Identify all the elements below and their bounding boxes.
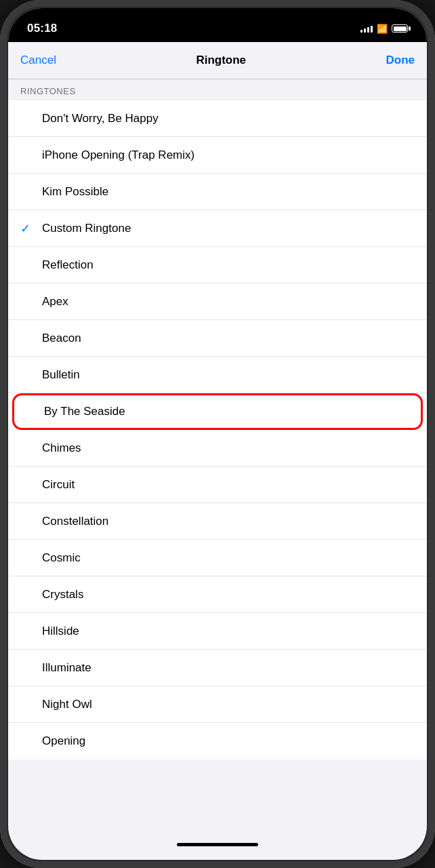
ringtone-label: Illuminate: [42, 661, 415, 675]
ringtone-label: Constellation: [42, 515, 415, 528]
list-item[interactable]: ✓ Opening: [8, 723, 427, 760]
signal-icon: [360, 24, 373, 33]
checkmark-icon: ✓: [20, 221, 34, 236]
ringtone-label: Custom Ringtone: [42, 222, 415, 235]
list-item-highlighted[interactable]: ✓ By The Seaside: [12, 393, 423, 430]
ringtone-label: Kim Possible: [42, 185, 415, 199]
list-item[interactable]: ✓ Hillside: [8, 613, 427, 650]
list-item[interactable]: ✓ Circuit: [8, 467, 427, 503]
notch: [170, 8, 265, 27]
battery-icon: [392, 24, 408, 33]
list-item[interactable]: ✓ Bulletin: [8, 357, 427, 393]
list-item[interactable]: ✓ Beacon: [8, 320, 427, 357]
content-wrapper: Cancel Ringtone Done RINGTONES ✓ Don't W…: [8, 42, 427, 860]
status-bar: 05:18 📶: [8, 8, 427, 42]
list-item[interactable]: ✓ Illuminate: [8, 650, 427, 686]
ringtone-label: Bulletin: [42, 368, 415, 382]
list-item[interactable]: ✓ Night Owl: [8, 686, 427, 723]
battery-fill: [394, 26, 407, 31]
ringtone-label: Chimes: [42, 441, 415, 455]
ringtone-label: Hillside: [42, 625, 415, 638]
ringtone-label: Reflection: [42, 258, 415, 272]
ringtone-label: Don't Worry, Be Happy: [42, 112, 415, 125]
section-header: RINGTONES: [8, 79, 427, 100]
ringtone-label: Cosmic: [42, 551, 415, 565]
list-item[interactable]: ✓ Constellation: [8, 503, 427, 540]
list-item[interactable]: ✓ Reflection: [8, 247, 427, 283]
ringtone-label: Apex: [42, 295, 415, 309]
cancel-button[interactable]: Cancel: [20, 54, 56, 67]
ringtone-label: Beacon: [42, 332, 415, 345]
page-title: Ringtone: [196, 54, 246, 67]
list-item[interactable]: ✓ Chimes: [8, 430, 427, 467]
ringtone-list[interactable]: RINGTONES ✓ Don't Worry, Be Happy ✓ iPho…: [8, 79, 427, 860]
list-item[interactable]: ✓ iPhone Opening (Trap Remix): [8, 137, 427, 174]
status-icons: 📶: [360, 24, 408, 34]
list-item[interactable]: ✓ Cosmic: [8, 540, 427, 576]
screen: 05:18 📶 Cancel: [8, 8, 427, 860]
done-button[interactable]: Done: [386, 54, 415, 67]
home-indicator[interactable]: [177, 843, 258, 846]
ringtone-label: Circuit: [42, 478, 415, 492]
list-item[interactable]: ✓ Don't Worry, Be Happy: [8, 100, 427, 137]
list-item-selected[interactable]: ✓ Custom Ringtone: [8, 210, 427, 247]
list-item[interactable]: ✓ Apex: [8, 283, 427, 320]
list-item[interactable]: ✓ Crystals: [8, 576, 427, 613]
list-item[interactable]: ✓ Kim Possible: [8, 174, 427, 210]
list-container: ✓ Don't Worry, Be Happy ✓ iPhone Opening…: [8, 100, 427, 760]
ringtone-label: Opening: [42, 734, 415, 748]
nav-header: Cancel Ringtone Done: [8, 42, 427, 79]
ringtone-label: By The Seaside: [44, 405, 413, 418]
ringtone-label: Night Owl: [42, 698, 415, 711]
ringtone-label: Crystals: [42, 588, 415, 601]
phone-frame: 05:18 📶 Cancel: [0, 0, 435, 868]
wifi-icon: 📶: [377, 24, 388, 34]
status-time: 05:18: [27, 22, 57, 35]
ringtone-label: iPhone Opening (Trap Remix): [42, 149, 415, 162]
